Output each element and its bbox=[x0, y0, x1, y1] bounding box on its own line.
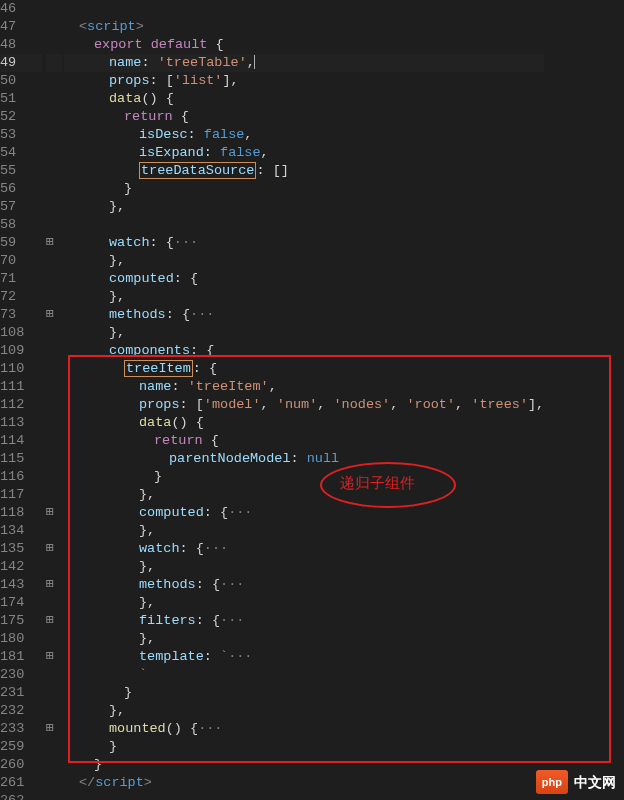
fold-toggle bbox=[46, 72, 62, 90]
code-line[interactable]: watch: {··· bbox=[64, 540, 544, 558]
fold-toggle bbox=[46, 288, 62, 306]
line-number: 55 bbox=[0, 162, 16, 180]
code-line[interactable]: } bbox=[64, 468, 544, 486]
code-line[interactable]: }, bbox=[64, 198, 544, 216]
code-line[interactable]: } bbox=[64, 684, 544, 702]
fold-toggle[interactable]: ⊞ bbox=[46, 720, 62, 738]
line-number: 259 bbox=[0, 738, 24, 756]
line-number: 49 bbox=[0, 54, 16, 72]
fold-toggle[interactable]: ⊞ bbox=[46, 576, 62, 594]
line-number: 231 bbox=[0, 684, 24, 702]
code-line[interactable] bbox=[64, 216, 544, 234]
code-line[interactable]: } bbox=[64, 180, 544, 198]
line-number: 174 bbox=[0, 594, 24, 612]
fold-toggle bbox=[46, 270, 62, 288]
fold-toggle bbox=[46, 342, 62, 360]
code-line[interactable]: data() { bbox=[64, 90, 544, 108]
fold-toggle bbox=[46, 486, 62, 504]
code-line[interactable]: computed: {··· bbox=[64, 504, 544, 522]
code-line[interactable]: components: { bbox=[64, 342, 544, 360]
code-line[interactable]: }, bbox=[64, 594, 544, 612]
code-line[interactable]: methods: {··· bbox=[64, 306, 544, 324]
code-editor[interactable]: 4647484950515253545556575859707172731081… bbox=[0, 0, 624, 800]
fold-toggle[interactable]: ⊞ bbox=[46, 306, 62, 324]
fold-toggle bbox=[46, 324, 62, 342]
fold-toggle bbox=[46, 594, 62, 612]
fold-toggle[interactable]: ⊞ bbox=[46, 234, 62, 252]
code-line[interactable]: data() { bbox=[64, 414, 544, 432]
line-number: 232 bbox=[0, 702, 24, 720]
code-line[interactable]: }, bbox=[64, 558, 544, 576]
code-line[interactable]: } bbox=[64, 738, 544, 756]
line-number: 47 bbox=[0, 18, 16, 36]
code-line[interactable]: isDesc: false, bbox=[64, 126, 544, 144]
fold-toggle bbox=[46, 90, 62, 108]
line-number: 111 bbox=[0, 378, 24, 396]
code-line[interactable]: treeDataSource: [] bbox=[64, 162, 544, 180]
fold-toggle[interactable]: ⊞ bbox=[46, 504, 62, 522]
code-line[interactable]: return { bbox=[64, 108, 544, 126]
fold-toggle bbox=[46, 432, 62, 450]
code-line[interactable]: name: 'treeItem', bbox=[64, 378, 544, 396]
line-number: 181 bbox=[0, 648, 24, 666]
fold-toggle bbox=[46, 792, 62, 800]
fold-toggle bbox=[46, 216, 62, 234]
code-line[interactable]: }, bbox=[64, 486, 544, 504]
fold-toggle[interactable]: ⊞ bbox=[46, 612, 62, 630]
code-content[interactable]: <script>export default {name: 'treeTable… bbox=[62, 0, 544, 800]
line-number: 261 bbox=[0, 774, 24, 792]
fold-toggle bbox=[46, 378, 62, 396]
code-line[interactable] bbox=[64, 0, 544, 18]
code-line[interactable]: }, bbox=[64, 324, 544, 342]
line-number: 108 bbox=[0, 324, 24, 342]
line-number: 230 bbox=[0, 666, 24, 684]
fold-toggle[interactable]: ⊞ bbox=[46, 540, 62, 558]
code-line[interactable]: parentNodeModel: null bbox=[64, 450, 544, 468]
code-line[interactable]: }, bbox=[64, 252, 544, 270]
code-line[interactable]: methods: {··· bbox=[64, 576, 544, 594]
line-number: 73 bbox=[0, 306, 16, 324]
line-number: 175 bbox=[0, 612, 24, 630]
code-line[interactable]: treeItem: { bbox=[64, 360, 544, 378]
line-number: 110 bbox=[0, 360, 24, 378]
line-number: 134 bbox=[0, 522, 24, 540]
code-line[interactable]: ` bbox=[64, 666, 544, 684]
fold-toggle bbox=[46, 684, 62, 702]
code-line[interactable]: export default { bbox=[64, 36, 544, 54]
code-line[interactable]: </script> bbox=[64, 774, 544, 792]
code-line[interactable]: props: ['list'], bbox=[64, 72, 544, 90]
code-line[interactable]: }, bbox=[64, 630, 544, 648]
code-line[interactable] bbox=[64, 792, 544, 800]
code-line[interactable]: }, bbox=[64, 288, 544, 306]
code-line[interactable]: filters: {··· bbox=[64, 612, 544, 630]
fold-toggle[interactable]: ⊞ bbox=[46, 648, 62, 666]
line-number: 71 bbox=[0, 270, 16, 288]
fold-toggle bbox=[46, 414, 62, 432]
code-line[interactable]: }, bbox=[64, 522, 544, 540]
line-number: 54 bbox=[0, 144, 16, 162]
line-number: 112 bbox=[0, 396, 24, 414]
fold-column[interactable]: ⊞⊞⊞⊞⊞⊞⊞⊞ bbox=[46, 0, 62, 800]
line-number: 118 bbox=[0, 504, 24, 522]
line-number: 143 bbox=[0, 576, 24, 594]
line-number: 53 bbox=[0, 126, 16, 144]
line-number: 233 bbox=[0, 720, 24, 738]
code-line[interactable]: isExpand: false, bbox=[64, 144, 544, 162]
code-line[interactable]: template: `··· bbox=[64, 648, 544, 666]
line-number: 48 bbox=[0, 36, 16, 54]
code-line[interactable]: name: 'treeTable', bbox=[64, 54, 544, 72]
fold-toggle bbox=[46, 774, 62, 792]
code-line[interactable]: } bbox=[64, 756, 544, 774]
code-line[interactable]: mounted() {··· bbox=[64, 720, 544, 738]
code-line[interactable]: return { bbox=[64, 432, 544, 450]
code-line[interactable]: computed: { bbox=[64, 270, 544, 288]
fold-toggle bbox=[46, 522, 62, 540]
line-number: 57 bbox=[0, 198, 16, 216]
line-number: 114 bbox=[0, 432, 24, 450]
code-line[interactable]: }, bbox=[64, 702, 544, 720]
code-line[interactable]: props: ['model', 'num', 'nodes', 'root',… bbox=[64, 396, 544, 414]
fold-toggle bbox=[46, 126, 62, 144]
annotation-label: 递归子组件 bbox=[340, 474, 415, 492]
code-line[interactable]: <script> bbox=[64, 18, 544, 36]
code-line[interactable]: watch: {··· bbox=[64, 234, 544, 252]
